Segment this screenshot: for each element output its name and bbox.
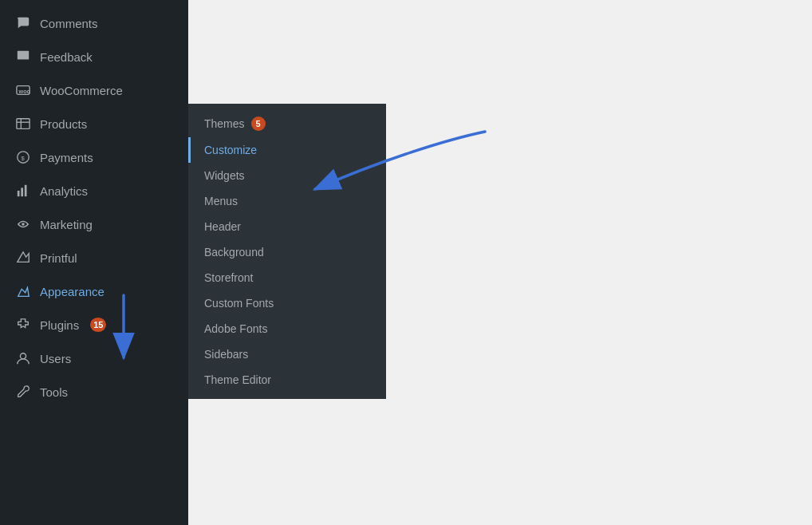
products-icon [14, 115, 32, 132]
submenu-item-header[interactable]: Header [188, 214, 386, 239]
svg-marker-12 [18, 252, 29, 262]
sidebar-item-woocommerce[interactable]: woo WooCommerce [0, 73, 188, 107]
submenu-label-header: Header [204, 220, 241, 233]
submenu-item-themes[interactable]: Themes 5 [188, 110, 386, 137]
sidebar-item-printful[interactable]: Printful [0, 241, 188, 274]
plugins-icon [14, 316, 32, 334]
comments-icon [14, 14, 32, 32]
sidebar-label-comments: Comments [40, 17, 98, 30]
submenu-label-widgets: Widgets [204, 169, 245, 182]
themes-badge: 5 [251, 116, 266, 131]
submenu-item-background[interactable]: Background [188, 239, 386, 265]
submenu-label-background: Background [204, 246, 264, 259]
sidebar-label-printful: Printful [40, 251, 77, 265]
sidebar-item-marketing[interactable]: Marketing [0, 207, 188, 241]
appearance-submenu: Themes 5 Customize Widgets Menus Header … [188, 104, 386, 399]
sidebar-label-feedback: Feedback [40, 50, 93, 64]
woo-icon: woo [14, 81, 32, 99]
submenu-item-theme-editor[interactable]: Theme Editor [188, 367, 386, 393]
submenu-item-customize[interactable]: Customize [188, 137, 386, 163]
submenu-item-menus[interactable]: Menus [188, 188, 386, 214]
submenu-item-widgets[interactable]: Widgets [188, 163, 386, 188]
tools-icon [14, 383, 32, 401]
sidebar-label-plugins: Plugins [40, 318, 79, 332]
sidebar-label-users: Users [40, 352, 71, 365]
plugins-badge: 15 [90, 318, 106, 332]
svg-text:$: $ [21, 155, 25, 162]
submenu-item-sidebars[interactable]: Sidebars [188, 341, 386, 367]
sidebar-label-appearance: Appearance [40, 285, 104, 298]
svg-point-11 [22, 223, 25, 226]
submenu-label-menus: Menus [204, 195, 238, 207]
sidebar-item-users[interactable]: Users [0, 341, 188, 375]
sidebar-item-analytics[interactable]: Analytics [0, 174, 188, 207]
sidebar-item-appearance[interactable]: Appearance [0, 274, 188, 308]
sidebar-label-tools: Tools [40, 385, 68, 399]
submenu-label-sidebars: Sidebars [204, 348, 248, 361]
sidebar-label-payments: Payments [40, 151, 93, 164]
svg-rect-0 [18, 51, 29, 60]
sidebar-label-woocommerce: WooCommerce [40, 84, 123, 97]
submenu-item-adobe-fonts[interactable]: Adobe Fonts [188, 316, 386, 341]
svg-rect-9 [21, 188, 23, 196]
submenu-item-storefront[interactable]: Storefront [188, 265, 386, 290]
submenu-label-storefront: Storefront [204, 271, 253, 284]
sidebar-label-analytics: Analytics [40, 184, 88, 198]
sidebar-label-products: Products [40, 117, 87, 131]
submenu-label-adobe-fonts: Adobe Fonts [204, 322, 267, 335]
sidebar-label-marketing: Marketing [40, 218, 93, 231]
svg-rect-10 [25, 185, 27, 196]
payments-icon: $ [14, 148, 32, 166]
marketing-icon [14, 215, 32, 233]
sidebar-item-tools[interactable]: Tools [0, 375, 188, 409]
submenu-item-custom-fonts[interactable]: Custom Fonts [188, 290, 386, 316]
submenu-label-themes: Themes [204, 117, 245, 130]
submenu-label-customize: Customize [204, 144, 257, 156]
printful-icon [14, 249, 32, 266]
submenu-label-theme-editor: Theme Editor [204, 373, 271, 386]
svg-point-13 [20, 353, 26, 359]
users-icon [14, 349, 32, 367]
sidebar-item-payments[interactable]: $ Payments [0, 140, 188, 174]
sidebar-item-plugins[interactable]: Plugins 15 [0, 308, 188, 341]
sidebar-item-comments[interactable]: Comments [0, 6, 188, 40]
feedback-icon [14, 48, 32, 65]
appearance-icon [14, 282, 32, 300]
submenu-label-custom-fonts: Custom Fonts [204, 297, 274, 310]
svg-text:woo: woo [18, 88, 30, 95]
sidebar-item-feedback[interactable]: Feedback [0, 40, 188, 73]
sidebar-item-products[interactable]: Products [0, 107, 188, 140]
analytics-icon [14, 182, 32, 199]
sidebar: Comments Feedback woo WooCommerce Produc… [0, 0, 188, 525]
svg-rect-3 [17, 119, 30, 129]
svg-rect-8 [18, 191, 20, 196]
